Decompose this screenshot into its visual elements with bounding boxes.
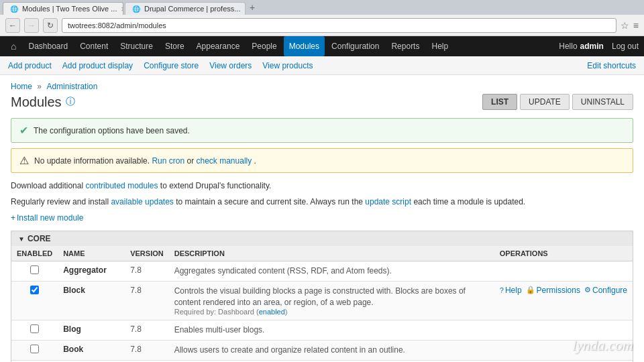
ops-cell-block: ? Help 🔒 Permissions ⚙ Configure: [494, 281, 633, 320]
desc-cell-blog: Enables multi-user blogs.: [169, 320, 494, 341]
address-bar[interactable]: twotrees:8082/admin/modules: [62, 18, 616, 33]
browser-icons: ☆ ≡: [621, 20, 639, 31]
gear-icon-block: ⚙: [584, 286, 591, 294]
checkbox-aggregator[interactable]: [30, 265, 39, 274]
back-button[interactable]: ←: [5, 18, 20, 33]
edit-shortcuts-link[interactable]: Edit shortcuts: [587, 61, 636, 70]
permissions-link-block[interactable]: 🔒 Permissions: [526, 286, 580, 295]
browser-tab-1[interactable]: 🌐 Modules | Two Trees Olive ... ✕: [3, 2, 123, 15]
close-icon-2[interactable]: ✕: [244, 5, 246, 13]
name-cell-blog: Blog: [58, 320, 125, 341]
help-icon[interactable]: ⓘ: [66, 96, 75, 108]
new-tab-button[interactable]: +: [247, 2, 258, 13]
admin-bar-modules-label: Modules: [289, 42, 319, 51]
install-module: + Install new module: [11, 213, 633, 223]
section-header-core[interactable]: ▼ CORE: [11, 231, 633, 246]
name-cell-aggregator: Aggregator: [58, 261, 125, 282]
table-row: Aggregator 7.8 Aggregates syndicated con…: [11, 261, 633, 282]
shortcut-configure-store[interactable]: Configure store: [144, 61, 199, 70]
admin-bar-reports-label: Reports: [391, 42, 419, 51]
module-section-core: ▼ CORE ENABLED NAME VERSION DESCRIPTION …: [11, 231, 633, 362]
forward-button[interactable]: →: [24, 18, 39, 33]
shortcut-view-orders[interactable]: View orders: [209, 61, 252, 70]
star-icon[interactable]: ☆: [621, 20, 629, 31]
admin-bar-help-label: Help: [431, 42, 448, 51]
home-icon: ⌂: [11, 41, 16, 52]
shortcuts-bar: Add product Add product display Configur…: [0, 56, 644, 75]
close-icon[interactable]: ✕: [121, 5, 123, 13]
run-cron-link[interactable]: Run cron: [152, 156, 184, 166]
alert-warning: ⚠ No update information available. Run c…: [11, 148, 633, 173]
page-actions: LIST UPDATE UNINSTALL: [482, 94, 633, 110]
breadcrumb-administration[interactable]: Administration: [46, 82, 97, 91]
configure-label-block: Configure: [592, 286, 627, 295]
username: admin: [580, 42, 604, 51]
admin-bar-structure-label: Structure: [120, 42, 153, 51]
warning-period: .: [254, 156, 256, 166]
checkbox-block[interactable]: [30, 286, 39, 294]
tab-label-2: Drupal Commerce | profess...: [144, 5, 240, 13]
update-button[interactable]: UPDATE: [520, 94, 570, 110]
section-label: CORE: [28, 234, 51, 243]
breadcrumb-separator-1: »: [37, 82, 44, 91]
table-row: Block 7.8 Controls the visual building b…: [11, 281, 633, 320]
admin-bar-people-label: People: [252, 42, 276, 51]
alert-success: ✔ The configuration options have been sa…: [11, 118, 633, 143]
admin-bar-people[interactable]: People: [246, 36, 282, 56]
checkbox-cell-aggregator: [11, 261, 58, 282]
admin-bar-configuration-label: Configuration: [331, 42, 379, 51]
checkbox-blog[interactable]: [30, 324, 39, 333]
permissions-label-block: Permissions: [537, 286, 580, 295]
page-content: Home » Administration Modules ⓘ LIST UPD…: [0, 75, 644, 362]
tab-favicon-2: 🌐: [132, 5, 140, 13]
admin-bar-store[interactable]: Store: [160, 36, 190, 56]
admin-bar-dashboard-label: Dashboard: [28, 42, 68, 51]
block-required-link[interactable]: enabled: [259, 308, 285, 316]
success-icon: ✔: [19, 124, 28, 137]
logout-link[interactable]: Log out: [612, 42, 639, 51]
settings-icon[interactable]: ≡: [633, 20, 639, 31]
tab-label-1: Modules | Two Trees Olive ...: [22, 5, 117, 13]
reload-button[interactable]: ↻: [43, 18, 58, 33]
admin-bar-dashboard[interactable]: Dashboard: [23, 36, 73, 56]
info-line2: Regularly review and install available u…: [11, 196, 633, 208]
admin-bar-store-label: Store: [165, 42, 184, 51]
ops-cell-aggregator: [494, 261, 633, 282]
shortcut-view-products[interactable]: View products: [262, 61, 313, 70]
update-script-link[interactable]: update script: [365, 197, 411, 206]
ops-block: ? Help 🔒 Permissions ⚙ Configure: [500, 286, 627, 295]
ops-cell-book: [494, 341, 633, 361]
configure-link-block[interactable]: ⚙ Configure: [584, 286, 627, 295]
admin-bar-home[interactable]: ⌂: [5, 36, 21, 56]
table-row: Book 7.8 Allows users to create and orga…: [11, 341, 633, 361]
shortcut-add-product-display[interactable]: Add product display: [62, 61, 133, 70]
uninstall-button[interactable]: UNINSTALL: [572, 94, 633, 110]
info-line1: Download additional contributed modules …: [11, 180, 633, 192]
install-module-link[interactable]: + Install new module: [11, 213, 633, 223]
url-text: twotrees:8082/admin/modules: [68, 21, 166, 29]
available-updates-link[interactable]: available updates: [111, 197, 173, 206]
list-button[interactable]: LIST: [482, 94, 517, 110]
check-manually-link[interactable]: check manually: [197, 156, 252, 166]
help-link-block[interactable]: ? Help: [500, 286, 522, 295]
hello-label: Hello: [559, 42, 577, 51]
admin-bar-appearance[interactable]: Appearance: [191, 36, 246, 56]
tab-favicon-1: 🌐: [10, 5, 18, 13]
warning-or: or: [187, 156, 197, 166]
block-required-note: Required by: Dashboard (enabled): [174, 308, 489, 316]
page-header: Modules ⓘ LIST UPDATE UNINSTALL: [11, 94, 633, 110]
admin-bar-content-label: Content: [80, 42, 108, 51]
admin-bar-help[interactable]: Help: [426, 36, 453, 56]
shortcut-add-product[interactable]: Add product: [8, 61, 52, 70]
admin-bar-modules[interactable]: Modules: [284, 36, 325, 56]
admin-bar-structure[interactable]: Structure: [115, 36, 158, 56]
admin-bar-reports[interactable]: Reports: [386, 36, 425, 56]
contributed-modules-link[interactable]: contributed modules: [85, 181, 158, 190]
breadcrumb-home[interactable]: Home: [11, 82, 32, 91]
browser-tab-2[interactable]: 🌐 Drupal Commerce | profess... ✕: [125, 2, 246, 15]
admin-bar-configuration[interactable]: Configuration: [326, 36, 384, 56]
table-row: Blog 7.8 Enables multi-user blogs.: [11, 320, 633, 341]
warning-message: No update information available. Run cro…: [34, 156, 256, 166]
admin-bar-content[interactable]: Content: [74, 36, 113, 56]
checkbox-book[interactable]: [30, 345, 39, 353]
